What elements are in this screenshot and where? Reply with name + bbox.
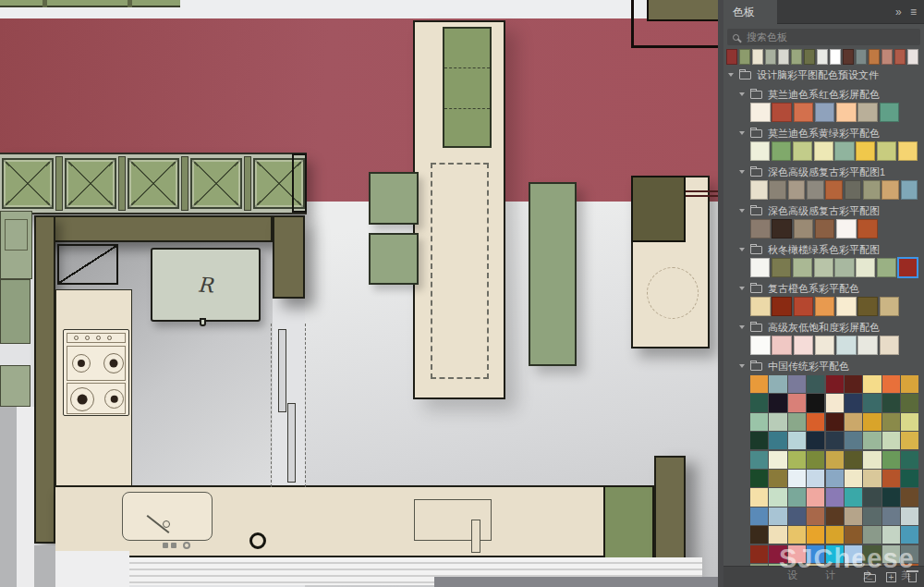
color-swatch[interactable]	[772, 103, 792, 122]
collapse-panel-icon[interactable]: »	[895, 6, 905, 18]
color-swatch[interactable]	[901, 432, 918, 449]
color-swatch[interactable]	[788, 432, 806, 449]
color-swatch[interactable]	[826, 526, 844, 544]
chevron-down-icon[interactable]	[728, 73, 734, 77]
color-swatch[interactable]	[845, 432, 862, 449]
color-swatch[interactable]	[845, 526, 862, 544]
color-swatch[interactable]	[863, 470, 881, 487]
color-swatch[interactable]	[856, 141, 875, 161]
color-swatch[interactable]	[750, 488, 768, 506]
swatch-folder[interactable]: 深色高级感复古彩平配图1	[723, 165, 924, 179]
color-swatch[interactable]	[834, 141, 854, 161]
color-swatch[interactable]	[845, 451, 862, 469]
color-swatch[interactable]	[815, 336, 835, 355]
color-swatch[interactable]	[769, 451, 786, 469]
tab-swatches[interactable]: 色板	[723, 0, 777, 24]
color-swatch[interactable]	[882, 526, 900, 544]
chevron-down-icon[interactable]	[739, 287, 745, 290]
color-swatch[interactable]	[807, 413, 824, 431]
color-swatch[interactable]	[750, 545, 768, 563]
color-swatch[interactable]	[877, 258, 896, 277]
color-swatch[interactable]	[814, 141, 833, 161]
color-swatch[interactable]	[788, 488, 806, 506]
color-swatch[interactable]	[836, 297, 857, 316]
swatch-folder-root[interactable]: 设计脑彩平图配色预设文件	[723, 67, 924, 83]
color-swatch[interactable]	[901, 526, 918, 544]
chevron-down-icon[interactable]	[739, 209, 745, 213]
swatch-folder[interactable]: 莫兰迪色系红色彩屏配色	[723, 87, 924, 102]
color-swatch[interactable]	[836, 103, 857, 122]
color-swatch[interactable]	[750, 258, 770, 277]
color-swatch[interactable]	[880, 336, 900, 355]
search-field[interactable]	[727, 29, 920, 45]
color-swatch[interactable]	[815, 103, 835, 122]
chevron-down-icon[interactable]	[739, 92, 745, 96]
color-swatch[interactable]	[750, 103, 771, 122]
color-swatch[interactable]	[882, 394, 900, 411]
color-swatch[interactable]	[794, 336, 814, 355]
color-swatch[interactable]	[863, 526, 881, 544]
color-swatch[interactable]	[845, 508, 862, 525]
color-swatch[interactable]	[845, 470, 862, 487]
color-swatch[interactable]	[750, 508, 768, 525]
color-swatch[interactable]	[901, 180, 918, 200]
color-swatch[interactable]	[750, 394, 768, 411]
color-swatch[interactable]	[836, 336, 857, 355]
recent-color-swatch[interactable]	[894, 49, 906, 65]
color-swatch[interactable]	[772, 336, 792, 355]
color-swatch[interactable]	[845, 180, 862, 200]
color-swatch[interactable]	[769, 470, 786, 487]
color-swatch[interactable]	[882, 470, 900, 487]
recent-color-swatch[interactable]	[791, 49, 802, 65]
color-swatch[interactable]	[769, 394, 786, 411]
color-swatch[interactable]	[807, 432, 824, 449]
color-swatch[interactable]	[825, 180, 843, 200]
color-swatch[interactable]	[901, 451, 918, 469]
chevron-down-icon[interactable]	[739, 131, 745, 135]
swatch-folder[interactable]: 高级灰低饱和度彩屏配色	[723, 320, 924, 335]
search-input[interactable]	[745, 31, 920, 43]
color-swatch[interactable]	[750, 375, 768, 393]
color-swatch[interactable]	[856, 258, 875, 277]
color-swatch[interactable]	[807, 488, 824, 506]
color-swatch[interactable]	[750, 297, 771, 316]
color-swatch[interactable]	[772, 297, 792, 316]
color-swatch[interactable]	[901, 375, 918, 393]
color-swatch[interactable]	[863, 180, 881, 200]
color-swatch[interactable]	[863, 375, 881, 393]
color-swatch[interactable]	[845, 413, 862, 431]
color-swatch[interactable]	[826, 375, 844, 393]
color-swatch[interactable]	[863, 394, 881, 411]
color-swatch[interactable]	[826, 451, 844, 469]
recent-color-swatch[interactable]	[739, 49, 750, 65]
color-swatch[interactable]	[882, 451, 900, 469]
color-swatch[interactable]	[794, 297, 814, 316]
recent-color-swatch[interactable]	[817, 49, 828, 65]
recent-color-swatch[interactable]	[907, 49, 918, 65]
swatch-folder[interactable]: 中国传统彩平配色	[723, 359, 924, 373]
chevron-down-icon[interactable]	[739, 248, 745, 251]
color-swatch[interactable]	[857, 336, 878, 355]
swatch-folder[interactable]: 深色高级感复古彩平配图	[723, 203, 924, 218]
color-swatch[interactable]	[845, 375, 862, 393]
document-canvas[interactable]: R	[0, 0, 723, 587]
color-swatch[interactable]	[807, 526, 824, 544]
color-swatch[interactable]	[788, 526, 806, 544]
color-swatch[interactable]	[857, 297, 878, 316]
color-swatch[interactable]	[826, 413, 844, 431]
color-swatch[interactable]	[901, 394, 918, 411]
recent-color-swatch[interactable]	[778, 49, 789, 65]
color-swatch[interactable]	[863, 413, 881, 431]
color-swatch[interactable]	[834, 258, 854, 277]
color-swatch[interactable]	[750, 470, 768, 487]
color-swatch[interactable]	[863, 432, 881, 449]
color-swatch[interactable]	[877, 141, 896, 161]
recent-color-swatch[interactable]	[869, 49, 880, 65]
swatch-folder[interactable]: 秋冬橄榄绿系色彩平配图	[723, 242, 924, 257]
color-swatch[interactable]	[772, 219, 792, 238]
swatch-folder[interactable]: 莫兰迪色系黄绿彩平配色	[723, 126, 924, 141]
chevron-down-icon[interactable]	[739, 325, 745, 329]
swatch-folder[interactable]: 复古橙色系彩平配色	[723, 281, 924, 296]
recent-color-swatch[interactable]	[752, 49, 763, 65]
color-swatch[interactable]	[807, 508, 824, 525]
